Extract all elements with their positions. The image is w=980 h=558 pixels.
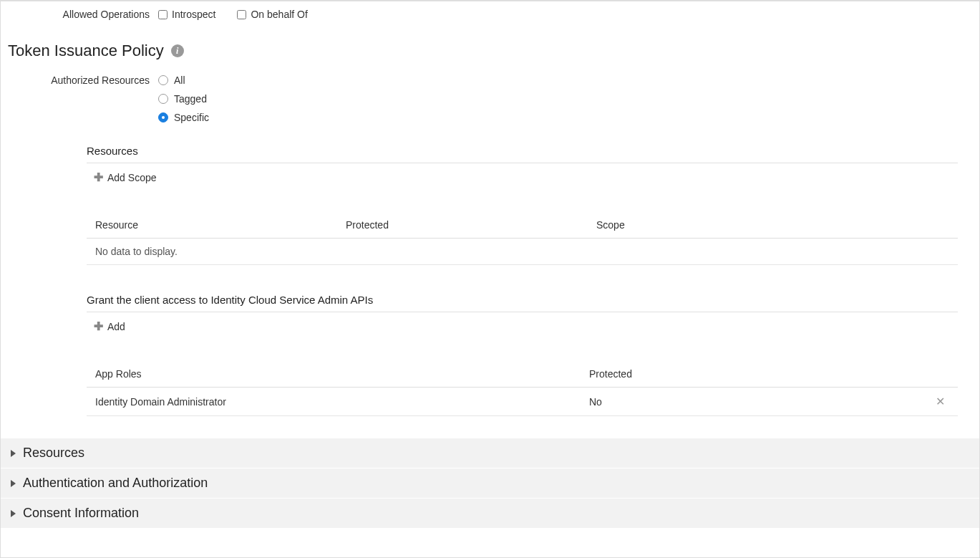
approles-col-protected: Protected	[581, 361, 922, 388]
add-scope-button[interactable]: ✚ Add Scope	[94, 172, 157, 183]
radio-tagged-label: Tagged	[174, 93, 207, 105]
accordion-authentication[interactable]: Authentication and Authorization	[1, 468, 979, 499]
table-row: Identity Domain Administrator No ✕	[87, 388, 958, 416]
chevron-right-icon	[11, 450, 16, 457]
protected-cell: No	[581, 388, 922, 416]
chevron-right-icon	[11, 510, 16, 517]
plus-icon: ✚	[94, 321, 103, 332]
remove-row-icon[interactable]: ✕	[936, 395, 945, 408]
table-row-nodata: No data to display.	[87, 239, 958, 265]
on-behalf-of-checkbox-wrapper[interactable]: On behalf Of	[237, 9, 307, 20]
radio-all-label: All	[174, 74, 185, 86]
grant-subsection-title: Grant the client access to Identity Clou…	[87, 294, 958, 306]
radio-all[interactable]: All	[158, 74, 209, 86]
chevron-right-icon	[11, 480, 16, 487]
introspect-label: Introspect	[172, 9, 215, 20]
accordion-resources[interactable]: Resources	[1, 438, 979, 468]
allowed-operations-label: Allowed Operations	[1, 9, 158, 20]
resources-col-scope: Scope	[588, 212, 958, 239]
authorized-resources-label: Authorized Resources	[1, 74, 158, 86]
resources-table: Resource Protected Scope No data to disp…	[87, 212, 958, 265]
radio-specific-label: Specific	[174, 112, 209, 123]
introspect-checkbox[interactable]	[158, 10, 168, 19]
on-behalf-of-label: On behalf Of	[251, 9, 307, 20]
resources-col-resource: Resource	[87, 212, 337, 239]
introspect-checkbox-wrapper[interactable]: Introspect	[158, 9, 215, 20]
info-icon[interactable]: i	[171, 44, 184, 57]
token-issuance-policy-title: Token Issuance Policy i	[8, 42, 979, 60]
resources-subsection-title: Resources	[87, 145, 958, 157]
plus-icon: ✚	[94, 172, 103, 183]
on-behalf-of-checkbox[interactable]	[237, 10, 246, 19]
radio-specific[interactable]: Specific	[158, 112, 209, 123]
radio-tagged[interactable]: Tagged	[158, 93, 209, 105]
accordion-consent[interactable]: Consent Information	[1, 499, 979, 529]
app-roles-table: App Roles Protected Identity Domain Admi…	[87, 361, 958, 416]
approles-col-approles: App Roles	[87, 361, 581, 388]
resources-col-protected: Protected	[337, 212, 588, 239]
app-role-cell: Identity Domain Administrator	[87, 388, 581, 416]
add-button[interactable]: ✚ Add	[94, 321, 125, 332]
